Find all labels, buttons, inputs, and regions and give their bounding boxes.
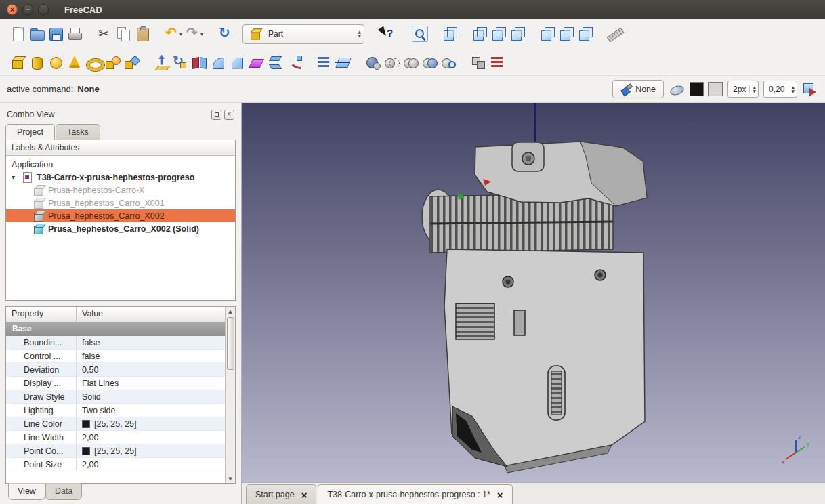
refresh-button[interactable] xyxy=(215,24,234,44)
top-view-button[interactable] xyxy=(489,24,508,44)
value-column-header[interactable]: Value xyxy=(77,307,225,322)
tree-root-application[interactable]: Application xyxy=(6,158,235,171)
apply-style-button[interactable] xyxy=(802,81,818,98)
tab-document[interactable]: T38-Carro-x-prusa-hephestos-progreso : 1… xyxy=(318,484,512,504)
minimize-window-button[interactable]: – xyxy=(22,4,33,15)
text-size-spinbox[interactable]: 0,20 ▲▼ xyxy=(763,81,797,98)
property-row[interactable]: Line Color[25, 25, 25] xyxy=(6,417,225,431)
line-color-swatch[interactable] xyxy=(690,82,704,96)
tab-tasks[interactable]: Tasks xyxy=(56,124,100,140)
tree-item[interactable]: Prusa_hephestos_Carro_X001 xyxy=(6,196,235,209)
paste-button[interactable] xyxy=(133,24,152,44)
property-row[interactable]: Point Size2,00 xyxy=(6,458,225,471)
sweep-button[interactable] xyxy=(284,52,303,72)
sphere-button[interactable] xyxy=(46,52,65,72)
part-icon xyxy=(33,185,45,196)
scroll-up-arrow[interactable]: ▲ xyxy=(226,307,235,316)
boolean-common-button[interactable] xyxy=(420,52,439,72)
property-row[interactable]: LightingTwo side xyxy=(6,404,225,417)
property-value: false xyxy=(77,338,225,348)
tree-item-document[interactable]: ▾ T38-Carro-x-prusa-hephestos-progreso xyxy=(6,171,235,184)
chamfer-button[interactable] xyxy=(228,52,247,72)
dock-float-button[interactable] xyxy=(211,110,221,120)
close-window-button[interactable]: × xyxy=(7,4,18,15)
save-document-button[interactable] xyxy=(46,24,65,44)
maximize-window-button[interactable] xyxy=(38,4,49,15)
line-width-spinbox[interactable]: 2px ▲▼ xyxy=(727,81,759,98)
property-row[interactable]: Control ...false xyxy=(6,350,225,363)
workbench-selector[interactable]: Part ▲▼ xyxy=(242,24,364,44)
redo-button[interactable]: ▾ xyxy=(184,24,205,44)
section-button[interactable] xyxy=(333,52,352,72)
boolean-button[interactable] xyxy=(363,52,382,72)
ruled-surface-button[interactable] xyxy=(247,52,266,72)
dock-close-button[interactable]: × xyxy=(224,110,234,120)
cross-sections-button[interactable] xyxy=(314,52,333,72)
rear-view-button[interactable] xyxy=(538,24,557,44)
new-document-button[interactable] xyxy=(8,24,27,44)
revolve-button[interactable] xyxy=(171,52,190,72)
front-view-button[interactable] xyxy=(470,24,489,44)
tab-view[interactable]: View xyxy=(8,483,45,500)
boolean-cut-button[interactable] xyxy=(382,52,401,72)
color-swatch xyxy=(82,447,90,455)
tree-item[interactable]: Prusa_hephestos_Carro_X002 (Solid) xyxy=(6,222,235,235)
property-row[interactable]: Display ...Flat Lines xyxy=(6,377,225,390)
cut-button[interactable] xyxy=(95,24,114,44)
cone-button[interactable] xyxy=(65,52,84,72)
expander-icon[interactable]: ▾ xyxy=(12,173,22,181)
mirror-button[interactable] xyxy=(190,52,209,72)
property-scrollbar[interactable]: ▲ ▼ xyxy=(225,307,235,483)
fit-all-button[interactable] xyxy=(410,24,429,44)
loft-button[interactable] xyxy=(266,52,284,72)
box-button[interactable] xyxy=(8,52,27,72)
property-row[interactable]: Point Co...[25, 25, 25] xyxy=(6,444,225,458)
torus-button[interactable] xyxy=(84,52,103,72)
property-row[interactable]: Boundin...false xyxy=(6,336,225,350)
open-document-button[interactable] xyxy=(27,24,46,44)
whats-this-button[interactable] xyxy=(377,24,396,43)
property-row[interactable]: Line Width2,00 xyxy=(6,431,225,444)
create-primitives-button[interactable] xyxy=(103,52,122,72)
text-size-spin-arrows[interactable]: ▲▼ xyxy=(788,85,795,93)
property-row[interactable]: Deviation0,50 xyxy=(6,363,225,377)
axonometric-view-button[interactable] xyxy=(440,24,459,44)
tab-data[interactable]: Data xyxy=(45,483,82,500)
property-name: Point Size xyxy=(6,458,77,471)
bottom-view-button[interactable] xyxy=(557,24,576,44)
property-group-base[interactable]: Base xyxy=(6,322,225,336)
fillet-button[interactable] xyxy=(209,52,228,72)
freecad-window: × – FreeCAD ▾▾ Part ▲▼ active command: N… xyxy=(0,0,825,504)
property-row[interactable]: Draw StyleSolid xyxy=(6,390,225,404)
scroll-down-arrow[interactable]: ▼ xyxy=(226,474,235,483)
scrollbar-thumb[interactable] xyxy=(227,317,234,370)
copy-button[interactable] xyxy=(114,24,133,44)
boolean-union-button[interactable] xyxy=(401,52,420,72)
3d-viewport[interactable]: z x y xyxy=(242,103,825,482)
right-view-button[interactable] xyxy=(508,24,527,44)
close-tab-icon[interactable]: × xyxy=(301,490,308,500)
property-column-header[interactable]: Property xyxy=(6,307,77,322)
cylinder-button[interactable] xyxy=(27,52,46,72)
panel-splitter[interactable] xyxy=(0,301,241,306)
compound-button[interactable] xyxy=(469,52,488,72)
print-button[interactable] xyxy=(65,24,84,44)
measure-distance-button[interactable] xyxy=(606,24,625,44)
construction-mode-button[interactable] xyxy=(669,81,685,98)
extrude-button[interactable] xyxy=(152,52,171,72)
tree-item[interactable]: Prusa-hephestos-Carro-X xyxy=(6,184,235,196)
shape-builder-button[interactable] xyxy=(122,52,141,72)
tab-project[interactable]: Project xyxy=(5,124,55,140)
tab-start-page[interactable]: Start page × xyxy=(246,484,316,504)
check-geometry-button[interactable] xyxy=(439,52,458,72)
left-view-button[interactable] xyxy=(576,24,595,44)
close-tab-icon[interactable]: × xyxy=(497,490,503,500)
undo-button[interactable]: ▾ xyxy=(163,24,184,44)
face-color-swatch[interactable] xyxy=(708,82,723,96)
workbench-selector-spinner[interactable]: ▲▼ xyxy=(354,30,361,38)
autogroup-button[interactable]: None xyxy=(612,80,664,98)
toolbar-separator xyxy=(595,25,606,43)
explode-compound-button[interactable] xyxy=(488,52,507,72)
tree-item[interactable]: Prusa_hephestos_Carro_X002 xyxy=(6,209,235,222)
line-width-spin-arrows[interactable]: ▲▼ xyxy=(749,85,756,93)
